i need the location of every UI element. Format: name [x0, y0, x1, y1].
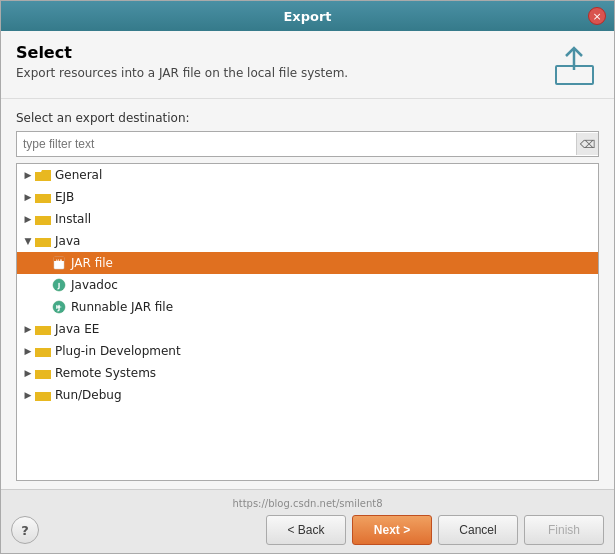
expand-arrow: ▶	[21, 168, 35, 182]
body-section: Select an export destination: ⌫ ▶ Genera…	[1, 99, 614, 489]
expand-arrow	[37, 256, 51, 270]
svg-rect-15	[35, 370, 51, 379]
dialog-title: Export	[27, 9, 588, 24]
tree-item[interactable]: ▼ Java	[17, 230, 598, 252]
tree-item[interactable]: ▶ Remote Systems	[17, 362, 598, 384]
folder-icon	[35, 168, 51, 182]
titlebar: Export ×	[1, 1, 614, 31]
svg-rect-14	[35, 348, 51, 357]
runnable-jar-icon: J	[51, 300, 67, 314]
close-button[interactable]: ×	[588, 7, 606, 25]
tree-item-runnable-jar[interactable]: J Runnable JAR file	[17, 296, 598, 318]
cancel-button[interactable]: Cancel	[438, 515, 518, 545]
svg-rect-13	[35, 326, 51, 335]
item-label: Javadoc	[71, 278, 118, 292]
filter-clear-button[interactable]: ⌫	[576, 133, 598, 155]
item-label: Plug-in Development	[55, 344, 181, 358]
svg-rect-3	[35, 216, 51, 225]
expand-arrow: ▶	[21, 366, 35, 380]
help-button[interactable]: ?	[11, 516, 39, 544]
header-title: Select	[16, 43, 348, 62]
url-hint: https://blog.csdn.net/smilent8	[11, 498, 604, 509]
header-text: Select Export resources into a JAR file …	[16, 43, 348, 80]
finish-button[interactable]: Finish	[524, 515, 604, 545]
tree-item[interactable]: ▶ General	[17, 164, 598, 186]
header-subtitle: Export resources into a JAR file on the …	[16, 66, 348, 80]
jar-icon: JAR	[51, 256, 67, 270]
expand-arrow: ▼	[21, 234, 35, 248]
svg-text:JAR: JAR	[55, 259, 63, 263]
folder-icon	[35, 234, 51, 248]
export-dialog: Export × Select Export resources into a …	[0, 0, 615, 554]
back-button[interactable]: < Back	[266, 515, 346, 545]
tree-item[interactable]: ▶ Install	[17, 208, 598, 230]
svg-rect-4	[35, 238, 51, 247]
expand-arrow: ▶	[21, 190, 35, 204]
svg-rect-2	[35, 194, 51, 203]
tree-item[interactable]: ▶ Run/Debug	[17, 384, 598, 406]
item-label: Install	[55, 212, 91, 226]
item-label: Run/Debug	[55, 388, 122, 402]
folder-icon	[35, 366, 51, 380]
item-label: Java	[55, 234, 80, 248]
expand-arrow: ▶	[21, 212, 35, 226]
folder-icon	[35, 388, 51, 402]
tree-item[interactable]: ▶ Plug-in Development	[17, 340, 598, 362]
folder-icon	[35, 322, 51, 336]
filter-row: ⌫	[16, 131, 599, 157]
item-label: Remote Systems	[55, 366, 156, 380]
svg-rect-1	[35, 172, 51, 181]
tree-item-javadoc[interactable]: J Javadoc	[17, 274, 598, 296]
svg-text:J: J	[57, 282, 61, 290]
folder-icon	[35, 344, 51, 358]
header-section: Select Export resources into a JAR file …	[1, 31, 614, 99]
expand-arrow: ▶	[21, 344, 35, 358]
bottom-bar: https://blog.csdn.net/smilent8 ? < Back …	[1, 489, 614, 553]
item-label: JAR file	[71, 256, 113, 270]
section-label: Select an export destination:	[16, 111, 599, 125]
tree-container[interactable]: ▶ General ▶ EJB ▶	[16, 163, 599, 481]
export-icon	[549, 43, 599, 88]
svg-rect-16	[35, 392, 51, 401]
expand-arrow	[37, 278, 51, 292]
action-buttons: < Back Next > Cancel Finish	[266, 515, 604, 545]
expand-arrow: ▶	[21, 322, 35, 336]
dialog-content: Select Export resources into a JAR file …	[1, 31, 614, 489]
expand-arrow	[37, 300, 51, 314]
item-label: General	[55, 168, 102, 182]
next-button[interactable]: Next >	[352, 515, 432, 545]
item-label: EJB	[55, 190, 74, 204]
expand-arrow: ▶	[21, 388, 35, 402]
item-label: Java EE	[55, 322, 99, 336]
tree-item-jar-file[interactable]: JAR JAR file	[17, 252, 598, 274]
button-row: ? < Back Next > Cancel Finish	[11, 515, 604, 545]
tree-item[interactable]: ▶ Java EE	[17, 318, 598, 340]
folder-icon	[35, 190, 51, 204]
javadoc-icon: J	[51, 278, 67, 292]
item-label: Runnable JAR file	[71, 300, 173, 314]
folder-icon	[35, 212, 51, 226]
filter-input[interactable]	[17, 132, 576, 156]
tree-item[interactable]: ▶ EJB	[17, 186, 598, 208]
